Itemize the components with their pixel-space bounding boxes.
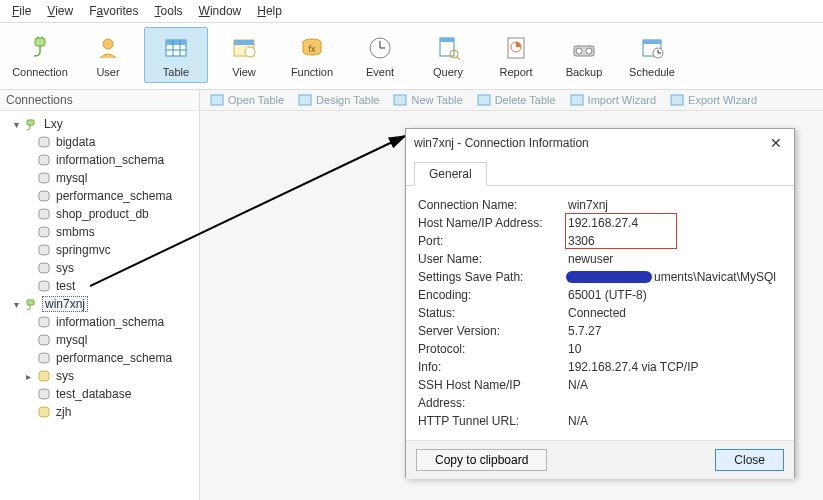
tree-db[interactable]: mysql xyxy=(2,169,197,187)
tree-db[interactable]: sys xyxy=(2,259,197,277)
svg-point-25 xyxy=(586,48,592,54)
dialog-tabs: General xyxy=(406,157,794,186)
database-icon xyxy=(36,224,52,240)
database-icon xyxy=(36,386,52,402)
tree-db[interactable]: test_database xyxy=(2,385,197,403)
field-label: Server Version: xyxy=(418,322,568,340)
svg-point-11 xyxy=(245,47,255,57)
plug-icon xyxy=(24,32,56,64)
function-icon: fx xyxy=(296,32,328,64)
tab-general[interactable]: General xyxy=(414,162,487,186)
ribbon-schedule[interactable]: Schedule xyxy=(620,27,684,83)
menu-view[interactable]: View xyxy=(41,2,79,20)
ribbon-label: Schedule xyxy=(629,66,675,78)
clock-icon xyxy=(364,32,396,64)
database-icon xyxy=(36,332,52,348)
ribbon-event[interactable]: Event xyxy=(348,27,412,83)
dialog-titlebar[interactable]: win7xnj - Connection Information ✕ xyxy=(406,129,794,157)
tree-connection-win7xnj[interactable]: ▾ win7xnj xyxy=(2,295,197,313)
tree-db[interactable]: ▸sys xyxy=(2,367,197,385)
menu-window[interactable]: Window xyxy=(193,2,248,20)
ribbon-label: Connection xyxy=(12,66,68,78)
tree-label: mysql xyxy=(54,333,87,347)
tree-connection-lxy[interactable]: ▾ Lxy xyxy=(2,115,197,133)
tree-label: Lxy xyxy=(42,117,63,131)
svg-point-24 xyxy=(576,48,582,54)
ribbon-table[interactable]: Table xyxy=(144,27,208,83)
backup-icon xyxy=(568,32,600,64)
sub-label: Open Table xyxy=(228,94,284,106)
connections-tree[interactable]: ▾ Lxy bigdata information_schema mysql p… xyxy=(0,111,199,500)
design-table-button[interactable]: Design Table xyxy=(298,93,379,107)
dialog-body: Connection Name:win7xnj Host Name/IP Add… xyxy=(406,186,794,440)
ribbon-label: Query xyxy=(433,66,463,78)
field-label: Settings Save Path: xyxy=(418,268,568,286)
tree-db[interactable]: test xyxy=(2,277,197,295)
database-icon xyxy=(36,188,52,204)
dialog-footer: Copy to clipboard Close xyxy=(406,440,794,479)
tree-db[interactable]: performance_schema xyxy=(2,349,197,367)
svg-rect-41 xyxy=(27,300,34,305)
tree-db[interactable]: mysql xyxy=(2,331,197,349)
host-text: 192.168.27.4 xyxy=(568,216,638,230)
user-icon xyxy=(92,32,124,64)
field-label: Protocol: xyxy=(418,340,568,358)
menu-help[interactable]: Help xyxy=(251,2,288,20)
field-label: HTTP Tunnel URL: xyxy=(418,412,568,430)
database-icon xyxy=(36,278,52,294)
svg-rect-49 xyxy=(299,95,311,105)
import-wizard-button[interactable]: Import Wizard xyxy=(570,93,656,107)
tree-db[interactable]: zjh xyxy=(2,403,197,421)
new-table-button[interactable]: New Table xyxy=(393,93,462,107)
svg-rect-52 xyxy=(571,95,583,105)
tree-db[interactable]: information_schema xyxy=(2,313,197,331)
ribbon-label: Backup xyxy=(566,66,603,78)
chevron-down-icon[interactable]: ▾ xyxy=(10,299,22,310)
open-table-button[interactable]: Open Table xyxy=(210,93,284,107)
svg-rect-53 xyxy=(671,95,683,105)
ribbon-user[interactable]: User xyxy=(76,27,140,83)
database-icon xyxy=(36,242,52,258)
field-value: newuser xyxy=(568,250,782,268)
menu-favorites[interactable]: Favorites xyxy=(83,2,144,20)
database-icon xyxy=(36,134,52,150)
sub-label: New Table xyxy=(411,94,462,106)
tree-label: smbms xyxy=(54,225,95,239)
ribbon-query[interactable]: Query xyxy=(416,27,480,83)
ribbon-report[interactable]: Report xyxy=(484,27,548,83)
tree-db[interactable]: smbms xyxy=(2,223,197,241)
svg-rect-31 xyxy=(27,120,34,125)
delete-table-button[interactable]: Delete Table xyxy=(477,93,556,107)
menu-file[interactable]: File xyxy=(6,2,37,20)
close-icon[interactable]: ✕ xyxy=(766,135,786,151)
tree-db[interactable]: bigdata xyxy=(2,133,197,151)
ribbon-label: Event xyxy=(366,66,394,78)
ribbon-function[interactable]: fx Function xyxy=(280,27,344,83)
export-wizard-button[interactable]: Export Wizard xyxy=(670,93,757,107)
sub-label: Import Wizard xyxy=(588,94,656,106)
copy-to-clipboard-button[interactable]: Copy to clipboard xyxy=(416,449,547,471)
tree-db[interactable]: shop_product_db xyxy=(2,205,197,223)
tree-db[interactable]: springmvc xyxy=(2,241,197,259)
ribbon-view[interactable]: View xyxy=(212,27,276,83)
field-value: Connected xyxy=(568,304,782,322)
field-value: win7xnj xyxy=(568,196,782,214)
ribbon-backup[interactable]: Backup xyxy=(552,27,616,83)
menu-tools[interactable]: Tools xyxy=(149,2,189,20)
close-button[interactable]: Close xyxy=(715,449,784,471)
annotation-redaction xyxy=(566,271,652,283)
ribbon-toolbar: Connection User Table View fx Function E… xyxy=(0,23,823,90)
chevron-down-icon[interactable]: ▾ xyxy=(10,119,22,130)
tree-label: performance_schema xyxy=(54,189,172,203)
dialog-title-text: win7xnj - Connection Information xyxy=(414,136,766,150)
ribbon-label: Table xyxy=(163,66,189,78)
tree-label: test_database xyxy=(54,387,131,401)
tree-label: springmvc xyxy=(54,243,111,257)
schedule-icon xyxy=(636,32,668,64)
tree-db[interactable]: performance_schema xyxy=(2,187,197,205)
ribbon-connection[interactable]: Connection xyxy=(8,27,72,83)
chevron-right-icon[interactable]: ▸ xyxy=(22,371,34,382)
field-value: 192.168.27.4 via TCP/IP xyxy=(568,358,782,376)
field-label: User Name: xyxy=(418,250,568,268)
tree-db[interactable]: information_schema xyxy=(2,151,197,169)
